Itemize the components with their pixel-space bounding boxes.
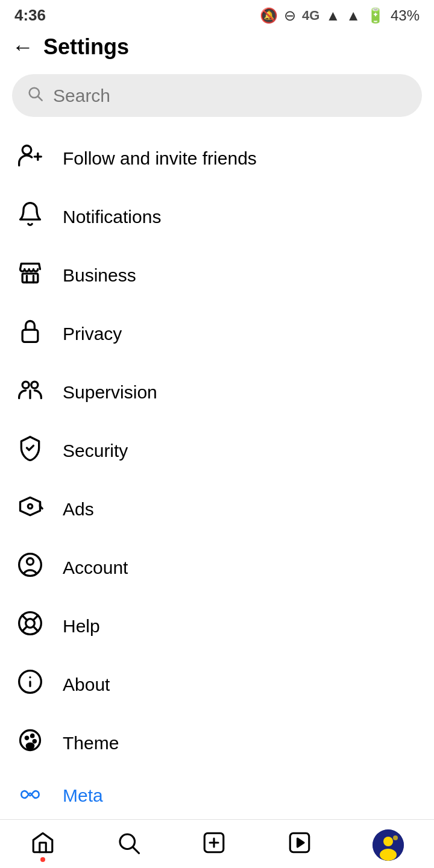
page-title: Settings: [43, 34, 129, 60]
svg-line-22: [22, 626, 27, 631]
nav-home[interactable]: [30, 830, 55, 861]
palette-icon: [14, 727, 46, 759]
info-circle-icon: [14, 668, 46, 700]
ads-label: Ads: [63, 499, 94, 520]
menu-item-about[interactable]: About: [12, 655, 422, 714]
svg-point-28: [31, 734, 33, 737]
bottom-nav: [0, 819, 434, 867]
svg-line-20: [33, 626, 38, 631]
svg-rect-8: [22, 330, 38, 342]
menu-item-ads[interactable]: Ads: [12, 480, 422, 538]
svg-rect-5: [22, 274, 38, 283]
lifebuoy-icon: [14, 610, 46, 642]
menu-item-account[interactable]: Account: [12, 538, 422, 597]
svg-point-29: [33, 740, 36, 743]
menu-item-privacy[interactable]: Privacy: [12, 304, 422, 363]
create-icon: [201, 830, 227, 861]
status-time: 4:36: [14, 6, 46, 25]
svg-point-2: [22, 146, 31, 155]
menu-item-business[interactable]: Business: [12, 246, 422, 304]
security-label: Security: [63, 441, 128, 461]
shield-icon: [14, 435, 46, 467]
mute-icon: 🔕: [260, 7, 278, 24]
svg-point-12: [28, 504, 32, 508]
svg-point-27: [25, 737, 28, 739]
follow-invite-label: Follow and invite friends: [63, 148, 257, 169]
svg-marker-36: [298, 838, 304, 847]
svg-line-19: [22, 615, 27, 620]
menu-item-help[interactable]: Help: [12, 597, 422, 655]
svg-point-16: [27, 558, 34, 565]
add-person-icon: [14, 142, 46, 174]
avatar: [373, 829, 404, 861]
signal-icon: ▲: [326, 7, 340, 24]
home-icon: [30, 830, 55, 861]
menu-item-notifications[interactable]: Notifications: [12, 187, 422, 246]
svg-point-40: [393, 835, 398, 840]
svg-line-31: [133, 847, 139, 853]
theme-label: Theme: [63, 733, 119, 753]
menu-item-security[interactable]: Security: [12, 421, 422, 480]
megaphone-icon: [14, 493, 46, 525]
privacy-label: Privacy: [63, 324, 122, 344]
notifications-label: Notifications: [63, 207, 161, 227]
supervision-icon: [14, 376, 46, 408]
supervision-label: Supervision: [63, 382, 157, 403]
meta-label: Meta: [63, 785, 103, 806]
search-icon: [27, 85, 43, 106]
dnd-icon: ⊖: [284, 7, 296, 24]
search-bar[interactable]: [12, 74, 422, 117]
meta-icon: [14, 786, 46, 805]
reels-icon: [287, 830, 312, 861]
menu-item-supervision[interactable]: Supervision: [12, 363, 422, 421]
menu-item-theme[interactable]: Theme: [12, 714, 422, 772]
svg-point-9: [22, 382, 29, 388]
menu-list: Follow and invite friends Notifications …: [0, 129, 434, 772]
signal2-icon: ▲: [346, 7, 360, 24]
menu-item-follow-invite[interactable]: Follow and invite friends: [12, 129, 422, 187]
top-bar: ← Settings: [0, 28, 434, 69]
status-bar: 4:36 🔕 ⊖ 4G ▲ ▲ 🔋 43%: [0, 0, 434, 28]
svg-point-38: [383, 837, 393, 846]
store-icon: [14, 259, 46, 291]
account-label: Account: [63, 558, 128, 578]
nav-reels[interactable]: [287, 830, 312, 861]
meta-item[interactable]: Meta: [0, 772, 434, 819]
battery-percent: 43%: [391, 7, 420, 24]
status-icons: 🔕 ⊖ 4G ▲ ▲ 🔋 43%: [260, 7, 420, 24]
svg-point-39: [380, 849, 397, 861]
person-circle-icon: [14, 552, 46, 583]
nav-profile[interactable]: [373, 829, 404, 861]
svg-line-1: [38, 96, 42, 100]
search-nav-icon: [116, 830, 141, 861]
search-input[interactable]: [53, 86, 407, 106]
svg-point-10: [31, 382, 38, 388]
back-button[interactable]: ←: [12, 34, 34, 60]
about-label: About: [63, 675, 110, 695]
bell-icon: [14, 201, 46, 233]
nav-search[interactable]: [116, 830, 141, 861]
help-label: Help: [63, 616, 100, 637]
lock-icon: [14, 318, 46, 350]
battery-icon: 🔋: [366, 7, 385, 24]
business-label: Business: [63, 265, 136, 286]
network-type-icon: 4G: [302, 8, 319, 24]
svg-line-21: [33, 615, 38, 620]
home-dot: [40, 857, 45, 862]
nav-create[interactable]: [201, 830, 227, 861]
